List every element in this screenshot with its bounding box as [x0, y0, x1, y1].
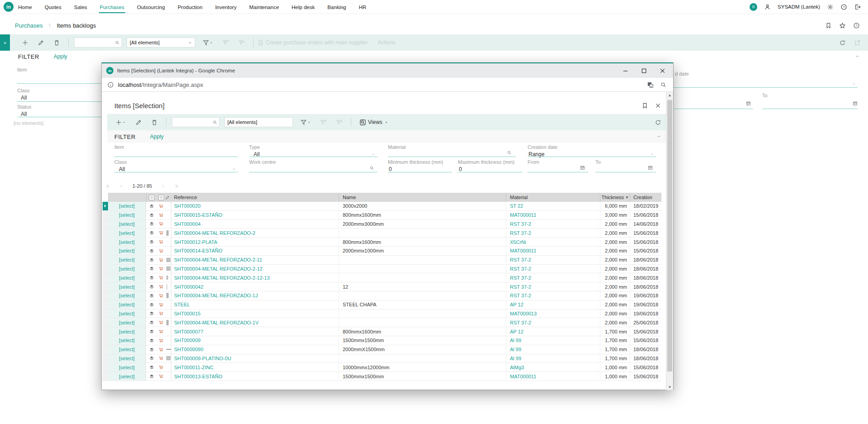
reference-link[interactable]: SHT0000077 — [171, 329, 339, 334]
reference-link[interactable]: SHT000004 — [171, 221, 339, 227]
field-item[interactable]: Item — [114, 144, 124, 150]
reference-link[interactable]: SHT000015-ESTAÑO — [171, 212, 339, 218]
cart-icon[interactable] — [157, 293, 165, 298]
reference-link[interactable]: STEEL — [171, 302, 339, 307]
edit-column-icon[interactable] — [165, 195, 170, 200]
cart-icon[interactable] — [157, 329, 165, 334]
nav-item-help-desk[interactable]: Help desk — [291, 1, 316, 13]
select-link[interactable]: [select] — [108, 282, 146, 291]
prev-page-icon[interactable] — [119, 184, 124, 189]
maximize-icon[interactable] — [641, 67, 647, 74]
filter-button[interactable] — [203, 39, 213, 46]
cart-icon[interactable] — [157, 284, 165, 289]
field-max-thickness[interactable]: Maximum thickness (mm) 0 — [458, 159, 514, 172]
bg-field-class[interactable]: Class All — [17, 88, 30, 101]
breadcrumb-section[interactable]: Purchases — [15, 22, 42, 29]
print-stack-icon[interactable] — [146, 338, 157, 343]
translate-icon[interactable] — [647, 81, 654, 88]
favorite-star-icon[interactable] — [839, 22, 846, 29]
table-row[interactable]: [select] SHT000015 MAT000013 2,000 mm 19… — [103, 310, 661, 319]
reference-link[interactable]: SHT000004-METAL REFORZADO-2-12 — [171, 266, 339, 272]
print-stack-icon[interactable] — [146, 347, 157, 352]
sidebar-expander[interactable]: » — [0, 34, 10, 51]
select-link[interactable]: [select] — [108, 238, 146, 246]
print-stack-icon[interactable] — [146, 221, 157, 226]
collapse-chevron-icon[interactable] — [855, 52, 868, 61]
table-row[interactable]: [select] SHT000015-ESTAÑO 800mmx1600mm M… — [103, 211, 661, 220]
nav-item-sales[interactable]: Sales — [73, 1, 88, 13]
nav-item-maintenance[interactable]: Maintenance — [248, 1, 280, 13]
info-icon[interactable] — [107, 81, 114, 88]
nav-item-home[interactable]: Home — [17, 1, 33, 13]
settings-gear-icon[interactable] — [827, 4, 834, 10]
material-link[interactable]: MAT000013 — [506, 310, 600, 318]
select-link[interactable]: [select] — [108, 273, 146, 282]
filter-clear-button[interactable] — [336, 119, 343, 126]
print-stack-icon[interactable] — [146, 293, 157, 298]
table-row[interactable]: [select] STEEL STEEL CHAPA AP 12 2,000 m… — [103, 300, 661, 310]
filter-button[interactable] — [300, 119, 311, 126]
cart-icon[interactable] — [157, 239, 165, 244]
reference-link[interactable]: SHT000020 — [171, 203, 339, 209]
cart-icon[interactable] — [157, 311, 165, 316]
user-icon[interactable] — [764, 4, 771, 10]
calendar-icon[interactable] — [853, 100, 858, 108]
select-link[interactable]: [select] — [108, 220, 146, 229]
table-row[interactable]: [select] SHT000011-ZINC 10000mmx12000mm … — [103, 363, 661, 372]
reference-link[interactable]: SHT000009 — [171, 338, 339, 343]
table-row[interactable]: [select] SHT000009 1500mmx1500mm Al 99 1… — [103, 336, 661, 345]
cart-icon[interactable] — [157, 347, 165, 352]
table-row[interactable]: [select] SHT000013-ESTAÑO 1500mmx1500mm … — [103, 372, 661, 381]
reference-link[interactable]: SHT000004-METAL REFORZADO-2-12-13 — [171, 275, 339, 281]
table-row[interactable]: [select] SHT000004-METAL REFORZADO-2-11 … — [103, 256, 661, 265]
print-stack-icon[interactable] — [146, 275, 157, 280]
material-link[interactable]: ST 22 — [506, 202, 600, 210]
reference-link[interactable]: SHT000011-ZINC — [171, 365, 339, 370]
close-window-icon[interactable] — [659, 67, 666, 74]
column-header-reference[interactable]: Reference — [171, 193, 339, 202]
reference-link[interactable]: SHT000004-METAL REFORZADO-2 — [171, 230, 339, 236]
close-selection-icon[interactable] — [655, 102, 661, 109]
first-page-icon[interactable] — [106, 184, 111, 189]
material-link[interactable]: RST 37-2 — [506, 291, 600, 300]
calendar-icon[interactable] — [580, 165, 585, 170]
filter-clear-button[interactable] — [238, 39, 245, 46]
material-link[interactable]: RST 37-2 — [506, 273, 600, 282]
table-row[interactable]: [select] SHT000004-METAL REFORZADO-1V RS… — [103, 318, 661, 327]
select-link[interactable]: [select] — [108, 211, 146, 219]
reference-link[interactable]: SHT000004-METAL REFORZADO-1J — [171, 293, 339, 298]
reference-link[interactable]: SHT000012-PLATA — [171, 239, 339, 245]
calendar-icon[interactable] — [648, 165, 653, 170]
select-link[interactable]: [select] — [108, 345, 146, 354]
print-stack-icon[interactable] — [146, 302, 157, 307]
material-link[interactable]: AP 12 — [506, 300, 600, 309]
select-link[interactable]: [select] — [108, 229, 146, 237]
material-link[interactable]: RST 37-2 — [506, 229, 600, 237]
nav-item-purchases[interactable]: Purchases — [99, 1, 125, 13]
field-work-centre[interactable]: Work centre — [249, 159, 276, 165]
edit-button[interactable] — [38, 39, 44, 46]
select-link[interactable]: [select] — [108, 363, 146, 372]
reference-link[interactable]: SHT000014-ESTAÑO — [171, 248, 339, 253]
scroll-up-icon[interactable]: ▲ — [666, 92, 673, 98]
column-header-name[interactable]: Name — [339, 193, 506, 202]
select-link[interactable]: [select] — [108, 202, 146, 210]
chevron-down-icon[interactable] — [852, 80, 856, 88]
open-external-icon[interactable] — [854, 39, 861, 46]
next-page-icon[interactable] — [160, 184, 165, 189]
cart-icon[interactable] — [157, 374, 165, 379]
print-stack-icon[interactable] — [146, 230, 157, 235]
refresh-icon[interactable] — [839, 39, 846, 46]
search-icon[interactable] — [507, 150, 512, 155]
url-bar[interactable]: localhost/Integra/MainPage.aspx — [102, 78, 673, 92]
table-row[interactable]: [select] SHT0000077 800mmx1600mm AP 12 1… — [103, 327, 661, 336]
window-titlebar[interactable]: in Items [Selection] (Lantek Integra) - … — [102, 62, 673, 78]
filter-apply-link[interactable]: Apply — [54, 53, 67, 60]
field-date-from[interactable]: From — [528, 159, 539, 165]
field-min-thickness[interactable]: Minimum thickness (mm) 0 — [388, 159, 443, 172]
reference-link[interactable]: SHT0000090 — [171, 347, 339, 352]
reference-link[interactable]: SHT000004-METAL REFORZADO-2-11 — [171, 257, 339, 262]
chevron-down-icon[interactable] — [371, 152, 375, 156]
table-row[interactable]: [select] SHT000014-ESTAÑO 2000mmx1000mm … — [103, 247, 661, 256]
cart-icon[interactable] — [157, 221, 165, 226]
